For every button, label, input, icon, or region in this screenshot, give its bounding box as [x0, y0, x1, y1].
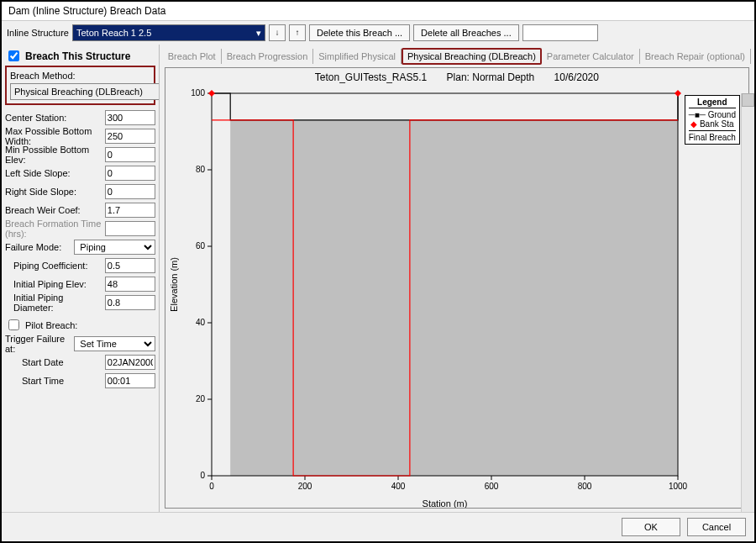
svg-text:20: 20: [196, 394, 206, 403]
svg-text:800: 800: [577, 482, 591, 491]
plot-title: Teton_GUITests_RAS5.1 Plan: Normal Depth…: [165, 68, 748, 85]
init-piping-diam-input[interactable]: [105, 295, 155, 310]
right-side-slope-input[interactable]: [105, 184, 155, 199]
prev-structure-button[interactable]: ↓: [269, 24, 286, 41]
piping-coef-input[interactable]: [105, 258, 155, 273]
init-piping-elev-label: Initial Piping Elev:: [5, 279, 105, 289]
cancel-button[interactable]: Cancel: [687, 518, 746, 536]
delete-this-breach-button[interactable]: Delete this Breach ...: [309, 24, 410, 41]
max-bottom-width-label: Max Possible Bottom Width:: [5, 126, 105, 146]
trigger-failure-select[interactable]: Set Time: [74, 336, 155, 351]
titlebar: Dam (Inline Structure) Breach Data: [2, 2, 754, 21]
svg-text:40: 40: [196, 318, 206, 327]
legend-banksta: ◆ Bank Sta: [689, 119, 736, 129]
tab-simplified-physical[interactable]: Simplified Physical: [313, 49, 402, 64]
toolbar: Inline Structure Teton Reach 1 2.5 ▾ ↓ ↑…: [2, 21, 754, 45]
left-side-slope-label: Left Side Slope:: [5, 168, 105, 178]
pilot-breach-checkbox[interactable]: [8, 319, 19, 330]
breach-method-select[interactable]: Physical Breaching (DLBreach): [10, 83, 159, 100]
svg-text:400: 400: [391, 482, 405, 491]
right-panel: Breach Plot Breach Progression Simplifie…: [159, 45, 754, 512]
svg-text:60: 60: [196, 241, 206, 250]
ok-button[interactable]: OK: [622, 518, 680, 536]
legend-title: Legend: [689, 98, 736, 108]
right-side-slope-label: Right Side Slope:: [5, 187, 105, 197]
piping-coef-label: Piping Coefficient:: [5, 261, 105, 271]
tab-breach-progression[interactable]: Breach Progression: [222, 49, 314, 64]
center-station-input[interactable]: [105, 110, 155, 125]
breach-this-label: Breach This Structure: [25, 50, 130, 62]
tab-breach-plot[interactable]: Breach Plot: [163, 49, 222, 64]
left-side-slope-input[interactable]: [105, 166, 155, 181]
max-bottom-width-input[interactable]: [105, 129, 155, 144]
svg-rect-0: [230, 120, 678, 476]
scrollbar-thumb[interactable]: [742, 93, 754, 107]
tab-breach-repair[interactable]: Breach Repair (optional): [640, 49, 751, 64]
tab-strip: Breach Plot Breach Progression Simplifie…: [160, 45, 754, 64]
breach-formation-time-input: [105, 221, 155, 236]
plot-container: Teton_GUITests_RAS5.1 Plan: Normal Depth…: [165, 67, 749, 509]
tab-parameter-calculator[interactable]: Parameter Calculator: [542, 49, 640, 64]
trigger-failure-label: Trigger Failure at:: [5, 334, 74, 354]
min-bottom-elev-input[interactable]: [105, 147, 155, 162]
footer: OK Cancel: [2, 512, 754, 541]
start-date-input[interactable]: [105, 355, 155, 370]
svg-text:0: 0: [209, 482, 214, 491]
min-bottom-elev-label: Min Possible Bottom Elev:: [5, 145, 105, 165]
init-piping-diam-label: Initial Piping Diameter:: [5, 293, 105, 313]
breach-method-label: Breach Method:: [10, 71, 150, 81]
start-date-label: Start Date: [5, 357, 105, 367]
breach-method-group: Breach Method: Physical Breaching (DLBre…: [5, 66, 155, 105]
breach-formation-time-label: Breach Formation Time (hrs):: [5, 219, 105, 239]
chevron-down-icon: ▾: [256, 28, 261, 39]
init-piping-elev-input[interactable]: [105, 277, 155, 292]
legend-final-breach: Final Breach: [689, 130, 736, 142]
left-panel: Breach This Structure Breach Method: Phy…: [2, 45, 159, 512]
pilot-breach-label: Pilot Breach:: [25, 320, 77, 330]
svg-text:80: 80: [196, 165, 206, 174]
svg-text:Station (m): Station (m): [422, 498, 467, 509]
plot-svg: 02004006008001000020406080100Station (m)…: [165, 85, 695, 509]
svg-text:200: 200: [297, 482, 312, 491]
main: Breach This Structure Breach Method: Phy…: [2, 45, 754, 512]
start-time-label: Start Time: [5, 376, 105, 386]
legend: Legend ─■─ Ground ◆ Bank Sta Final Breac…: [685, 95, 740, 145]
scrollbar-vertical[interactable]: [741, 93, 754, 512]
failure-mode-label: Failure Mode:: [5, 242, 74, 252]
breach-this-checkbox[interactable]: [8, 50, 19, 61]
window-title: Dam (Inline Structure) Breach Data: [8, 5, 165, 17]
delete-all-breaches-button[interactable]: Delete all Breaches ...: [413, 24, 519, 41]
breach-weir-coef-label: Breach Weir Coef:: [5, 205, 105, 215]
failure-mode-select[interactable]: Piping: [74, 240, 155, 255]
inline-structure-select[interactable]: Teton Reach 1 2.5 ▾: [72, 24, 265, 41]
svg-text:Elevation (m): Elevation (m): [169, 257, 179, 312]
inline-structure-label: Inline Structure: [7, 28, 69, 38]
window: Dam (Inline Structure) Breach Data Inlin…: [0, 0, 756, 543]
tab-physical-breaching-dlbreach[interactable]: Physical Breaching (DLBreach): [402, 48, 542, 65]
breach-weir-coef-input[interactable]: [105, 203, 155, 218]
svg-text:600: 600: [484, 482, 498, 491]
search-input[interactable]: [522, 24, 598, 41]
start-time-input[interactable]: [105, 373, 155, 388]
legend-ground: ─■─ Ground: [689, 110, 736, 119]
svg-text:0: 0: [200, 471, 205, 480]
center-station-label: Center Station:: [5, 113, 105, 123]
next-structure-button[interactable]: ↑: [289, 24, 306, 41]
svg-text:1000: 1000: [669, 482, 688, 491]
svg-text:100: 100: [191, 88, 205, 98]
